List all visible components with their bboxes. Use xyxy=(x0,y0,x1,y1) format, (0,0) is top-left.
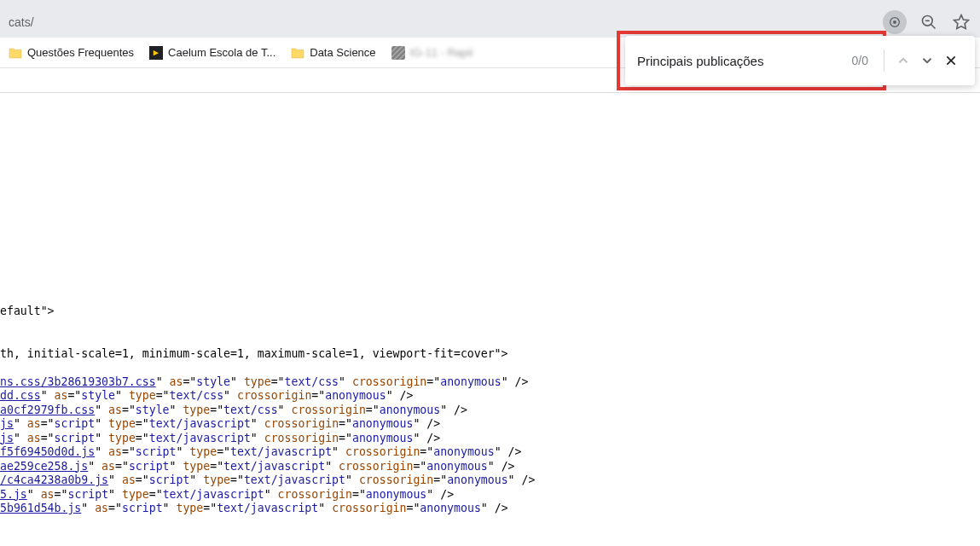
source-link[interactable]: a0cf2979fb.css xyxy=(0,404,95,416)
bookmark-caelum[interactable]: ▸ Caelum Escola de T... xyxy=(149,46,275,60)
bookmark-label: IG-11 - Rapii xyxy=(410,46,473,59)
find-count: 0/0 xyxy=(852,54,868,67)
svg-marker-5 xyxy=(954,15,969,29)
bookmark-label: Caelum Escola de T... xyxy=(168,46,275,59)
source-link[interactable]: ns.css/3b28619303b7.css xyxy=(0,375,156,388)
folder-icon xyxy=(9,47,22,59)
find-prev-button[interactable] xyxy=(891,49,915,73)
find-next-button[interactable] xyxy=(915,49,939,73)
find-in-page-bar: 0/0 xyxy=(625,36,975,85)
source-link[interactable]: js xyxy=(0,417,14,430)
site-icon xyxy=(391,46,405,60)
source-link[interactable]: 5.js xyxy=(0,488,27,501)
svg-line-3 xyxy=(931,25,936,29)
bookmark-datascience[interactable]: Data Science xyxy=(291,46,375,59)
bookmark-label: Questões Frequentes xyxy=(27,46,134,59)
url-text: cats/ xyxy=(7,15,34,29)
source-link[interactable]: dd.css xyxy=(0,389,41,402)
find-close-button[interactable] xyxy=(939,49,963,73)
bookmark-blurred[interactable]: IG-11 - Rapii xyxy=(391,46,473,60)
svg-point-1 xyxy=(893,20,896,24)
source-link[interactable]: f5f69450d0d.js xyxy=(0,445,95,458)
address-bar[interactable]: cats/ xyxy=(0,7,980,38)
find-input[interactable] xyxy=(637,54,852,68)
source-link[interactable]: /c4ca4238a0b9.js xyxy=(0,473,108,486)
lens-icon[interactable] xyxy=(883,10,907,34)
caelum-icon: ▸ xyxy=(149,46,163,60)
source-link[interactable]: 5b961d54b.js xyxy=(0,502,81,514)
page-source-view: efault"> th, initial-scale=1, minimum-sc… xyxy=(0,93,980,546)
divider xyxy=(884,49,884,72)
bookmark-label: Data Science xyxy=(310,46,375,59)
source-link[interactable]: ae259ce258.js xyxy=(0,460,88,473)
bookmark-questoes[interactable]: Questões Frequentes xyxy=(9,46,134,59)
star-icon[interactable] xyxy=(951,12,971,32)
folder-icon xyxy=(291,47,304,59)
source-link[interactable]: js xyxy=(0,432,14,444)
zoom-out-icon[interactable] xyxy=(919,12,939,32)
